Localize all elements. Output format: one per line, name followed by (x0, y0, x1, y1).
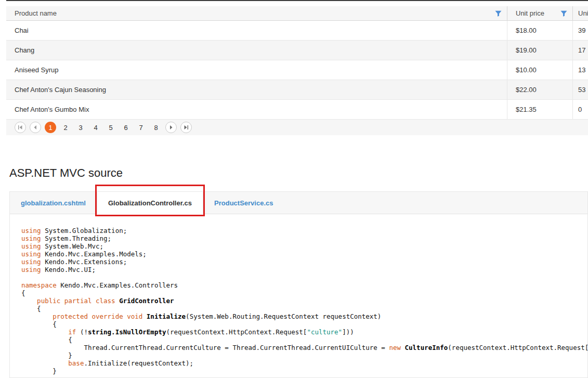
column-header-unit-price[interactable]: Unit price (507, 6, 572, 21)
column-header-product-name[interactable]: Product name (6, 6, 507, 21)
pager-first-button[interactable] (15, 122, 26, 133)
units-in-stock: 53 (578, 86, 585, 94)
code-line: using System.Globalization; (21, 227, 587, 234)
source-tabstrip-widget: globalization.cshtml GlobalizationContro… (9, 191, 588, 378)
code-line: using System.Web.Mvc; (21, 242, 587, 250)
products-grid: Product name Unit price Uni Chai $18.00 … (6, 6, 588, 135)
next-page-icon (168, 125, 174, 130)
pager-page-2[interactable]: 2 (60, 122, 71, 133)
pager-prev-button[interactable] (30, 122, 41, 133)
column-header-label: Uni (578, 9, 588, 17)
page-title: ASP.NET MVC source (9, 166, 123, 180)
code-line: { (21, 305, 587, 312)
tab-globalizationcontroller-cs[interactable]: GlobalizationController.cs (97, 192, 203, 214)
table-row[interactable]: Chef Anton's Gumbo Mix $21.35 0 (6, 100, 588, 120)
unit-price: $22.00 (516, 86, 537, 94)
pager-page-1[interactable]: 1 (45, 122, 56, 133)
pager-next-button[interactable] (165, 122, 177, 133)
table-row[interactable]: Chai $18.00 39 (6, 21, 588, 41)
table-row[interactable]: Chef Anton's Cajun Seasoning $22.00 53 (6, 80, 588, 100)
pager-page-6[interactable]: 6 (120, 122, 132, 133)
units-in-stock: 13 (578, 66, 585, 74)
code-line: } (21, 351, 587, 359)
code-line: public partial class GridController (21, 297, 587, 305)
product-name: Chang (15, 46, 34, 54)
code-line: namespace Kendo.Mvc.Examples.Controllers (21, 281, 587, 289)
unit-price: $18.00 (516, 27, 537, 34)
unit-price: $19.00 (516, 46, 537, 54)
code-line: } (21, 367, 587, 375)
grid-header: Product name Unit price Uni (6, 6, 588, 21)
filter-icon[interactable] (560, 10, 567, 17)
code-line: { (21, 320, 587, 328)
product-name: Aniseed Syrup (15, 66, 59, 74)
code-line: if (!string.IsNullOrEmpty(requestContext… (21, 328, 587, 336)
code-line (21, 273, 587, 281)
code-line: using Kendo.Mvc.UI; (21, 266, 587, 273)
last-page-icon (184, 125, 189, 130)
tab-label: ProductService.cs (214, 199, 273, 207)
first-page-icon (18, 125, 23, 130)
code-line: protected override void Initialize(Syste… (21, 312, 587, 320)
grid-pager: 1 2 3 4 5 6 7 8 (6, 120, 588, 135)
code-line: { (21, 336, 587, 344)
tab-productservice-cs[interactable]: ProductService.cs (203, 192, 284, 214)
filter-icon[interactable] (495, 10, 502, 17)
pager-page-5[interactable]: 5 (105, 122, 116, 133)
pager-page-7[interactable]: 7 (135, 122, 147, 133)
unit-price: $10.00 (516, 66, 537, 74)
tab-globalization-cshtml[interactable]: globalization.cshtml (10, 192, 97, 214)
product-name: Chai (15, 27, 29, 34)
column-header-units-in-stock[interactable]: Uni (572, 6, 588, 21)
pager-page-3[interactable]: 3 (75, 122, 86, 133)
code-line: { (21, 289, 587, 297)
tab-label: GlobalizationController.cs (108, 199, 192, 207)
product-name: Chef Anton's Cajun Seasoning (15, 86, 106, 94)
code-line: using Kendo.Mvc.Examples.Models; (21, 250, 587, 258)
units-in-stock: 17 (578, 46, 585, 54)
column-header-label: Product name (15, 9, 492, 17)
code-block: using System.Globalization;using System.… (10, 214, 587, 375)
column-header-label: Unit price (516, 9, 557, 17)
code-line: base.Initialize(requestContext); (21, 359, 587, 367)
tab-label: globalization.cshtml (21, 199, 86, 207)
code-line: Thread.CurrentThread.CurrentCulture = Th… (21, 344, 587, 351)
pager-last-button[interactable] (180, 122, 192, 133)
prev-page-icon (33, 125, 38, 130)
code-line: using Kendo.Mvc.Extensions; (21, 258, 587, 266)
product-name: Chef Anton's Gumbo Mix (15, 106, 89, 113)
pager-page-4[interactable]: 4 (90, 122, 101, 133)
units-in-stock: 0 (578, 106, 582, 113)
tabstrip: globalization.cshtml GlobalizationContro… (10, 192, 587, 214)
table-row[interactable]: Chang $19.00 17 (6, 41, 588, 60)
unit-price: $21.35 (516, 106, 537, 113)
pager-page-8[interactable]: 8 (150, 122, 162, 133)
clipped-content-above (6, 0, 588, 1)
units-in-stock: 39 (578, 27, 585, 34)
table-row[interactable]: Aniseed Syrup $10.00 13 (6, 60, 588, 80)
code-line: using System.Threading; (21, 234, 587, 242)
